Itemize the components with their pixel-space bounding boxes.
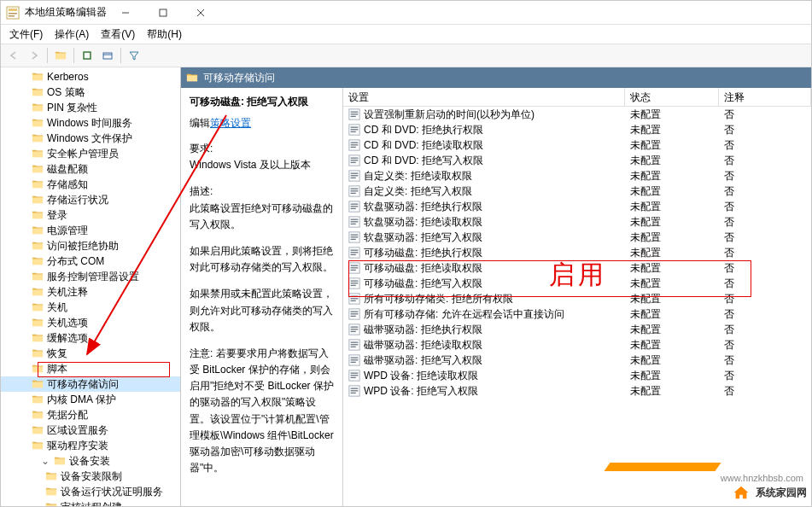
- setting-icon: [348, 277, 360, 289]
- list-row[interactable]: 磁带驱动器: 拒绝写入权限未配置否: [343, 353, 811, 368]
- col-note[interactable]: 注释: [719, 88, 811, 106]
- tree-node[interactable]: 访问被拒绝协助: [1, 238, 180, 253]
- tree-node[interactable]: 关机注释: [1, 284, 180, 300]
- tree-node[interactable]: PIN 复杂性: [1, 100, 180, 115]
- setting-name: 软盘驱动器: 拒绝写入权限: [364, 230, 482, 245]
- tree-pane[interactable]: KerberosOS 策略PIN 复杂性Windows 时间服务Windows …: [1, 67, 181, 506]
- forward-button[interactable]: [25, 46, 44, 65]
- list-row[interactable]: 可移动磁盘: 拒绝执行权限未配置否: [343, 245, 811, 260]
- setting-state: 未配置: [625, 230, 719, 245]
- list-row[interactable]: 自定义类: 拒绝读取权限未配置否: [343, 168, 811, 184]
- tree-node[interactable]: 服务控制管理器设置: [1, 269, 180, 284]
- list-row[interactable]: 磁带驱动器: 拒绝读取权限未配置否: [343, 337, 811, 353]
- svg-rect-10: [103, 53, 112, 59]
- tree-node[interactable]: 缓解选项: [1, 330, 180, 346]
- list-row[interactable]: 可移动磁盘: 拒绝写入权限未配置否: [343, 276, 811, 291]
- edit-policy-link[interactable]: 策略设置: [210, 117, 251, 129]
- list-row[interactable]: 自定义类: 拒绝写入权限未配置否: [343, 184, 811, 199]
- folder-icon: [32, 71, 44, 83]
- close-button[interactable]: [182, 1, 219, 25]
- tree-node[interactable]: 磁盘配额: [1, 161, 180, 177]
- refresh-button[interactable]: [78, 46, 96, 65]
- folder-icon: [45, 501, 57, 506]
- folder-icon: [32, 393, 44, 405]
- tree-node[interactable]: 存储感知: [1, 177, 180, 192]
- list-row[interactable]: 磁带驱动器: 拒绝执行权限未配置否: [343, 322, 811, 337]
- tree-node[interactable]: OS 策略: [1, 84, 180, 100]
- export-button[interactable]: [98, 46, 117, 65]
- tree-node[interactable]: 分布式 COM: [1, 253, 180, 269]
- setting-name: CD 和 DVD: 拒绝读取权限: [364, 138, 483, 153]
- list-row[interactable]: CD 和 DVD: 拒绝读取权限未配置否: [343, 137, 811, 153]
- folder-icon: [54, 455, 66, 467]
- tree-node[interactable]: 凭据分配: [1, 407, 180, 422]
- settings-list[interactable]: 设置 状态 注释 设置强制重新启动的时间(以秒为单位)未配置否CD 和 DVD:…: [343, 88, 811, 506]
- setting-icon: [348, 170, 360, 182]
- setting-name: WPD 设备: 拒绝写入权限: [364, 384, 478, 399]
- setting-state: 未配置: [625, 277, 719, 291]
- folder-icon: [32, 194, 44, 206]
- tree-node[interactable]: Windows 文件保护: [1, 131, 180, 146]
- tree-node[interactable]: 登录: [1, 207, 180, 223]
- up-button[interactable]: [51, 46, 70, 65]
- list-row[interactable]: CD 和 DVD: 拒绝写入权限未配置否: [343, 153, 811, 168]
- menu-action[interactable]: 操作(A): [50, 26, 94, 44]
- back-button[interactable]: [4, 46, 23, 65]
- maximize-button[interactable]: [144, 1, 182, 25]
- setting-note: 否: [719, 123, 811, 137]
- tree-node[interactable]: 审核过程创建: [1, 499, 180, 506]
- tree-node[interactable]: 脚本: [1, 361, 180, 376]
- tree-node[interactable]: 区域设置服务: [1, 422, 180, 438]
- list-row[interactable]: 软盘驱动器: 拒绝写入权限未配置否: [343, 230, 811, 245]
- list-row[interactable]: WPD 设备: 拒绝写入权限未配置否: [343, 383, 811, 399]
- tree-label: 关机注释: [47, 285, 88, 300]
- setting-name: 可移动磁盘: 拒绝读取权限: [364, 261, 482, 276]
- tree-node[interactable]: 存储运行状况: [1, 192, 180, 207]
- setting-icon: [348, 216, 360, 228]
- detail-title: 可移动磁盘: 拒绝写入权限: [190, 95, 334, 109]
- setting-name: 磁带驱动器: 拒绝读取权限: [364, 338, 482, 353]
- list-row[interactable]: 可移动磁盘: 拒绝读取权限未配置否: [343, 260, 811, 276]
- list-row[interactable]: 设置强制重新启动的时间(以秒为单位)未配置否: [343, 107, 811, 122]
- col-setting[interactable]: 设置: [343, 88, 625, 106]
- tree-node[interactable]: 关机: [1, 300, 180, 315]
- tree-label: 缓解选项: [47, 331, 88, 346]
- menu-help[interactable]: 帮助(H): [142, 26, 187, 44]
- list-row[interactable]: WPD 设备: 拒绝读取权限未配置否: [343, 368, 811, 383]
- filter-button[interactable]: [125, 46, 143, 65]
- tree-node[interactable]: Windows 时间服务: [1, 115, 180, 131]
- col-state[interactable]: 状态: [625, 88, 719, 106]
- setting-note: 否: [719, 369, 811, 383]
- minimize-button[interactable]: [107, 1, 144, 25]
- list-row[interactable]: 软盘驱动器: 拒绝执行权限未配置否: [343, 199, 811, 214]
- list-row[interactable]: CD 和 DVD: 拒绝执行权限未配置否: [343, 122, 811, 137]
- setting-state: 未配置: [625, 169, 719, 184]
- tree-node[interactable]: 设备安装限制: [1, 469, 180, 484]
- menu-view[interactable]: 查看(V): [96, 26, 140, 44]
- list-row[interactable]: 软盘驱动器: 拒绝读取权限未配置否: [343, 214, 811, 230]
- tree-node[interactable]: 可移动存储访问: [1, 376, 180, 392]
- tree-node[interactable]: 电源管理: [1, 223, 180, 238]
- tree-node[interactable]: 恢复: [1, 346, 180, 361]
- tree-node[interactable]: 设备运行状况证明服务: [1, 484, 180, 499]
- edit-policy-line: 编辑策略设置: [190, 116, 334, 131]
- tree-node[interactable]: 安全帐户管理员: [1, 146, 180, 161]
- list-row[interactable]: 所有可移动存储类: 拒绝所有权限未配置否: [343, 291, 811, 306]
- tree-node[interactable]: 驱动程序安装: [1, 438, 180, 453]
- tree-node[interactable]: 关机选项: [1, 315, 180, 330]
- folder-icon: [45, 470, 57, 482]
- menu-file[interactable]: 文件(F): [4, 26, 48, 44]
- tree-node[interactable]: Kerberos: [1, 69, 180, 84]
- folder-icon: [32, 347, 44, 359]
- tree-node[interactable]: 内核 DMA 保护: [1, 392, 180, 407]
- setting-note: 否: [719, 384, 811, 399]
- tree-node[interactable]: ⌄设备安装: [1, 453, 180, 469]
- tree-label: 可移动存储访问: [47, 377, 119, 392]
- caret-down-icon[interactable]: ⌄: [40, 455, 50, 467]
- tree-label: OS 策略: [47, 85, 85, 100]
- setting-state: 未配置: [625, 138, 719, 153]
- list-row[interactable]: 所有可移动存储: 允许在远程会话中直接访问未配置否: [343, 306, 811, 322]
- tree-label: 服务控制管理器设置: [47, 270, 139, 284]
- setting-note: 否: [719, 353, 811, 368]
- svg-rect-9: [84, 52, 91, 59]
